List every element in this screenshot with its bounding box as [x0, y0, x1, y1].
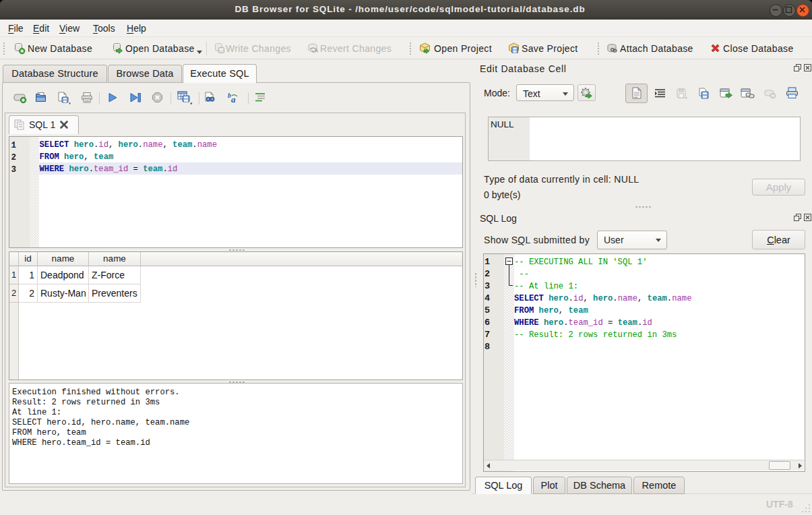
svg-text:a: a [231, 94, 236, 104]
